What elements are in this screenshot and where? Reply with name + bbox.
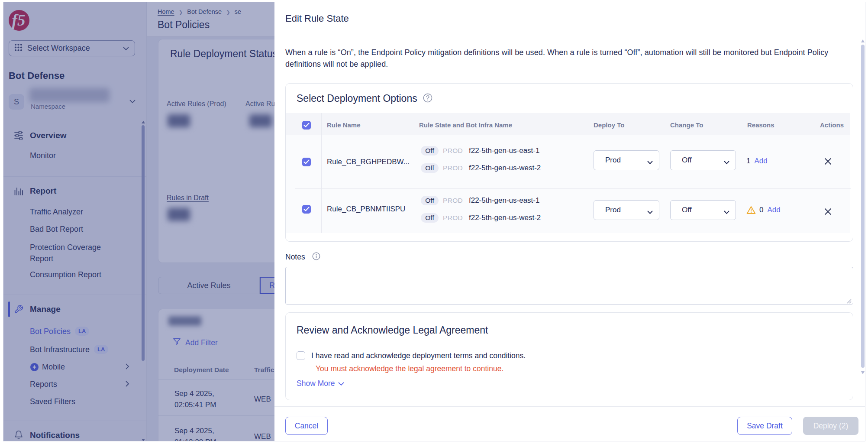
info-icon[interactable] xyxy=(312,252,320,262)
options-card-title-row: Select Deployment Options xyxy=(297,93,432,104)
chevron-down-icon xyxy=(647,208,653,217)
divider xyxy=(274,37,865,37)
column-header-deploy-to[interactable]: Deploy To xyxy=(594,121,624,129)
state-badge: Off xyxy=(421,213,439,223)
modal-title: Edit Rule State xyxy=(285,13,349,24)
rule-state-line: Off PROD f22-5th-gen-us-west-2 xyxy=(421,163,541,173)
rule-state-line: Off PROD f22-5th-gen-us-west-2 xyxy=(421,213,541,223)
remove-row-button[interactable] xyxy=(824,158,832,165)
column-header-rule-name[interactable]: Rule Name xyxy=(327,121,361,129)
reason-count: 1 xyxy=(746,157,750,165)
state-badge: Off xyxy=(421,196,439,205)
options-table-body: Rule_CB_RGHPEDBW... Off PROD f22-5th-gen… xyxy=(286,135,850,233)
save-draft-button[interactable]: Save Draft xyxy=(737,417,792,435)
checkbox-box xyxy=(297,351,305,360)
rule-state-line: Off PROD f22-5th-gen-us-east-1 xyxy=(421,146,539,156)
divider xyxy=(321,113,322,233)
chevron-down-icon xyxy=(647,158,653,167)
options-table-header: Rule Name Rule State and Bot Infra Name … xyxy=(286,113,850,135)
deploy-button[interactable]: Deploy (2) xyxy=(803,417,858,435)
column-header-reasons[interactable]: Reasons xyxy=(747,121,774,129)
rule-name: Rule_CB_RGHPEDBW... xyxy=(327,158,410,166)
rule-name: Rule_CB_PBNMTIISPU xyxy=(327,205,405,214)
column-header-change-to[interactable]: Change To xyxy=(670,121,703,129)
cancel-button[interactable]: Cancel xyxy=(285,417,328,435)
env-label: PROD xyxy=(443,164,463,172)
change-to-select[interactable]: Off xyxy=(670,200,736,220)
options-card-title: Select Deployment Options xyxy=(297,93,417,104)
env-label: PROD xyxy=(443,197,463,204)
column-header-rule-state[interactable]: Rule State and Bot Infra Name xyxy=(419,121,512,129)
legal-agreement-card: Review and Acknowledge Legal Agreement I… xyxy=(285,312,853,400)
modal-scroll-down-arrow[interactable] xyxy=(861,371,865,374)
rule-state-line: Off PROD f22-5th-gen-us-east-1 xyxy=(421,196,539,205)
show-more-link[interactable]: Show More xyxy=(297,379,344,388)
reasons-cell: 1 Add xyxy=(746,157,768,165)
edit-rule-state-modal: Edit Rule State When a rule is “On”, the… xyxy=(274,2,865,441)
notes-textarea[interactable] xyxy=(285,267,853,305)
separator xyxy=(753,157,753,165)
deploy-to-select[interactable]: Prod xyxy=(594,150,659,170)
infra-name: f22-5th-gen-us-east-1 xyxy=(469,146,539,155)
chevron-down-icon xyxy=(338,379,344,388)
screen: f5 Select Workspace Bot Defense S xyxy=(0,0,868,444)
reason-count: 0 xyxy=(759,206,763,214)
env-label: PROD xyxy=(443,147,463,155)
select-all-checkbox[interactable] xyxy=(302,121,311,130)
app-viewport: f5 Select Workspace Bot Defense S xyxy=(3,2,865,441)
state-badge: Off xyxy=(421,163,439,173)
infra-name: f22-5th-gen-us-west-2 xyxy=(469,164,541,172)
warning-icon xyxy=(746,206,756,214)
add-reason-link[interactable]: Add xyxy=(767,206,780,214)
notes-label-row: Notes xyxy=(285,252,320,262)
chevron-down-icon xyxy=(724,158,729,167)
modal-scrollbar[interactable] xyxy=(861,45,865,368)
legal-checkbox-label: I have read and acknowledge deployment t… xyxy=(311,351,526,360)
infra-name: f22-5th-gen-us-east-1 xyxy=(469,196,539,205)
divider xyxy=(295,188,851,189)
separator xyxy=(766,206,766,214)
row-checkbox[interactable] xyxy=(302,205,311,214)
legal-card-title: Review and Acknowledge Legal Agreement xyxy=(297,324,488,336)
legal-error-text: You must acknowledge the legal agreement… xyxy=(316,364,503,373)
column-header-actions[interactable]: Actions xyxy=(820,121,844,129)
legal-agreement-checkbox[interactable] xyxy=(297,351,305,360)
modal-description: When a rule is “On”, the Endpoint Policy… xyxy=(285,47,865,70)
notes-label: Notes xyxy=(285,253,305,262)
help-icon[interactable] xyxy=(423,93,432,104)
divider xyxy=(274,406,865,407)
change-to-select[interactable]: Off xyxy=(670,150,736,170)
row-checkbox[interactable] xyxy=(302,158,311,166)
select-deployment-options-card: Select Deployment Options Rule Name Rule… xyxy=(285,83,853,242)
infra-name: f22-5th-gen-us-west-2 xyxy=(469,214,541,222)
deploy-to-select[interactable]: Prod xyxy=(594,200,659,220)
state-badge: Off xyxy=(421,146,439,156)
chevron-down-icon xyxy=(724,208,729,217)
env-label: PROD xyxy=(443,214,463,222)
modal-scroll-up-arrow[interactable] xyxy=(861,39,865,42)
reasons-cell: 0 Add xyxy=(746,206,781,214)
remove-row-button[interactable] xyxy=(824,208,832,215)
add-reason-link[interactable]: Add xyxy=(754,157,767,165)
